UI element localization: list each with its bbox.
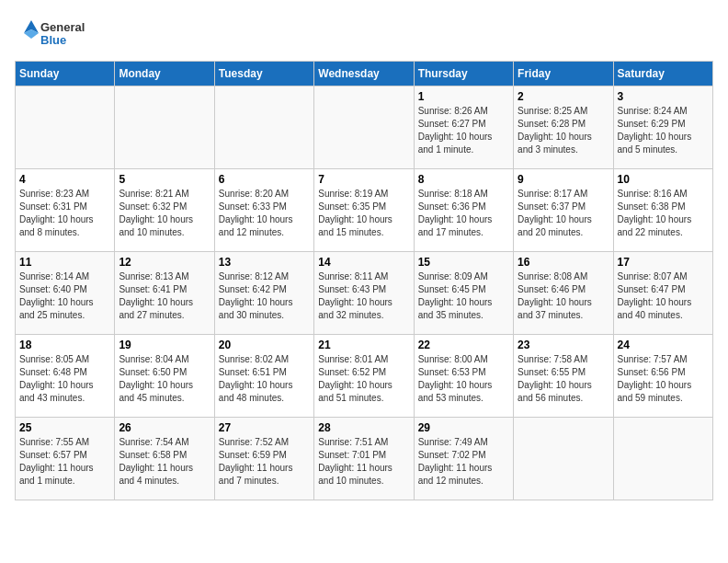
calendar-cell	[514, 418, 613, 500]
day-of-week-header: Wednesday	[314, 62, 414, 86]
day-info: Sunrise: 8:18 AM Sunset: 6:36 PM Dayligh…	[418, 188, 509, 239]
day-info: Sunrise: 8:14 AM Sunset: 6:40 PM Dayligh…	[19, 270, 110, 322]
day-number: 3	[618, 90, 709, 103]
calendar-week-row: 18Sunrise: 8:05 AM Sunset: 6:48 PM Dayli…	[16, 335, 713, 418]
calendar-cell: 18Sunrise: 8:05 AM Sunset: 6:48 PM Dayli…	[16, 335, 115, 418]
calendar-cell	[214, 86, 313, 169]
calendar-cell: 4Sunrise: 8:23 AM Sunset: 6:31 PM Daylig…	[16, 169, 115, 252]
day-info: Sunrise: 8:26 AM Sunset: 6:27 PM Dayligh…	[418, 105, 509, 156]
page-header: General Blue	[15, 15, 713, 52]
day-number: 23	[518, 339, 609, 351]
day-of-week-header: Saturday	[613, 62, 712, 86]
day-number: 19	[119, 339, 210, 351]
calendar-cell: 3Sunrise: 8:24 AM Sunset: 6:29 PM Daylig…	[613, 86, 712, 169]
calendar-cell: 25Sunrise: 7:55 AM Sunset: 6:57 PM Dayli…	[16, 418, 115, 500]
calendar-cell: 15Sunrise: 8:09 AM Sunset: 6:45 PM Dayli…	[414, 252, 513, 335]
day-number: 10	[618, 173, 709, 186]
day-info: Sunrise: 8:21 AM Sunset: 6:32 PM Dayligh…	[119, 188, 210, 239]
day-info: Sunrise: 8:11 AM Sunset: 6:43 PM Dayligh…	[318, 270, 409, 322]
calendar-cell: 17Sunrise: 8:07 AM Sunset: 6:47 PM Dayli…	[613, 252, 712, 335]
day-number: 18	[19, 339, 110, 351]
calendar-cell: 11Sunrise: 8:14 AM Sunset: 6:40 PM Dayli…	[16, 252, 115, 335]
calendar-cell: 2Sunrise: 8:25 AM Sunset: 6:28 PM Daylig…	[514, 86, 613, 169]
calendar-cell: 10Sunrise: 8:16 AM Sunset: 6:38 PM Dayli…	[613, 169, 712, 252]
day-number: 25	[19, 421, 110, 434]
day-info: Sunrise: 8:05 AM Sunset: 6:48 PM Dayligh…	[19, 353, 110, 405]
day-info: Sunrise: 8:08 AM Sunset: 6:46 PM Dayligh…	[518, 270, 609, 322]
day-info: Sunrise: 8:16 AM Sunset: 6:38 PM Dayligh…	[618, 188, 709, 239]
day-info: Sunrise: 8:25 AM Sunset: 6:28 PM Dayligh…	[518, 105, 609, 156]
day-info: Sunrise: 8:12 AM Sunset: 6:42 PM Dayligh…	[219, 270, 310, 322]
calendar-cell: 5Sunrise: 8:21 AM Sunset: 6:32 PM Daylig…	[115, 169, 214, 252]
calendar-cell: 23Sunrise: 7:58 AM Sunset: 6:55 PM Dayli…	[514, 335, 613, 418]
calendar-cell: 8Sunrise: 8:18 AM Sunset: 6:36 PM Daylig…	[414, 169, 513, 252]
day-info: Sunrise: 8:23 AM Sunset: 6:31 PM Dayligh…	[19, 188, 110, 239]
day-number: 15	[418, 256, 509, 269]
calendar-cell: 28Sunrise: 7:51 AM Sunset: 7:01 PM Dayli…	[314, 418, 414, 500]
day-info: Sunrise: 7:57 AM Sunset: 6:56 PM Dayligh…	[618, 353, 709, 405]
calendar-week-row: 25Sunrise: 7:55 AM Sunset: 6:57 PM Dayli…	[16, 418, 713, 500]
calendar-table: SundayMondayTuesdayWednesdayThursdayFrid…	[15, 61, 713, 500]
calendar-cell	[613, 418, 712, 500]
calendar-cell: 20Sunrise: 8:02 AM Sunset: 6:51 PM Dayli…	[214, 335, 313, 418]
day-info: Sunrise: 8:07 AM Sunset: 6:47 PM Dayligh…	[618, 270, 709, 322]
calendar-cell: 12Sunrise: 8:13 AM Sunset: 6:41 PM Dayli…	[115, 252, 214, 335]
calendar-header-row: SundayMondayTuesdayWednesdayThursdayFrid…	[16, 62, 713, 86]
day-number: 17	[618, 256, 709, 269]
day-of-week-header: Thursday	[414, 62, 513, 86]
day-info: Sunrise: 8:13 AM Sunset: 6:41 PM Dayligh…	[119, 270, 210, 322]
calendar-cell	[16, 86, 115, 169]
calendar-cell: 9Sunrise: 8:17 AM Sunset: 6:37 PM Daylig…	[514, 169, 613, 252]
day-number: 12	[119, 256, 210, 269]
day-number: 13	[219, 256, 310, 269]
calendar-cell: 1Sunrise: 8:26 AM Sunset: 6:27 PM Daylig…	[414, 86, 513, 169]
calendar-cell: 22Sunrise: 8:00 AM Sunset: 6:53 PM Dayli…	[414, 335, 513, 418]
calendar-cell: 6Sunrise: 8:20 AM Sunset: 6:33 PM Daylig…	[214, 169, 313, 252]
calendar-cell: 26Sunrise: 7:54 AM Sunset: 6:58 PM Dayli…	[115, 418, 214, 500]
day-number: 5	[119, 173, 210, 186]
day-info: Sunrise: 8:19 AM Sunset: 6:35 PM Dayligh…	[318, 188, 409, 239]
svg-text:General: General	[40, 20, 85, 34]
day-info: Sunrise: 7:55 AM Sunset: 6:57 PM Dayligh…	[19, 436, 110, 488]
day-number: 16	[518, 256, 609, 269]
calendar-cell: 24Sunrise: 7:57 AM Sunset: 6:56 PM Dayli…	[613, 335, 712, 418]
day-number: 4	[19, 173, 110, 186]
day-info: Sunrise: 8:20 AM Sunset: 6:33 PM Dayligh…	[219, 188, 310, 239]
calendar-cell: 7Sunrise: 8:19 AM Sunset: 6:35 PM Daylig…	[314, 169, 414, 252]
day-number: 7	[318, 173, 409, 186]
day-info: Sunrise: 7:49 AM Sunset: 7:02 PM Dayligh…	[418, 436, 509, 488]
calendar-cell: 19Sunrise: 8:04 AM Sunset: 6:50 PM Dayli…	[115, 335, 214, 418]
day-number: 8	[418, 173, 509, 186]
day-number: 14	[318, 256, 409, 269]
logo: General Blue	[15, 15, 97, 52]
calendar-week-row: 11Sunrise: 8:14 AM Sunset: 6:40 PM Dayli…	[16, 252, 713, 335]
calendar-cell: 14Sunrise: 8:11 AM Sunset: 6:43 PM Dayli…	[314, 252, 414, 335]
calendar-week-row: 4Sunrise: 8:23 AM Sunset: 6:31 PM Daylig…	[16, 169, 713, 252]
day-number: 26	[119, 421, 210, 434]
day-info: Sunrise: 8:17 AM Sunset: 6:37 PM Dayligh…	[518, 188, 609, 239]
day-number: 22	[418, 339, 509, 351]
logo-svg: General Blue	[15, 15, 97, 52]
day-info: Sunrise: 7:54 AM Sunset: 6:58 PM Dayligh…	[119, 436, 210, 488]
day-number: 28	[318, 421, 409, 434]
day-number: 27	[219, 421, 310, 434]
day-number: 21	[318, 339, 409, 351]
day-info: Sunrise: 8:04 AM Sunset: 6:50 PM Dayligh…	[119, 353, 210, 405]
calendar-cell: 21Sunrise: 8:01 AM Sunset: 6:52 PM Dayli…	[314, 335, 414, 418]
calendar-cell	[314, 86, 414, 169]
calendar-cell: 13Sunrise: 8:12 AM Sunset: 6:42 PM Dayli…	[214, 252, 313, 335]
svg-text:Blue: Blue	[40, 33, 66, 47]
day-info: Sunrise: 8:01 AM Sunset: 6:52 PM Dayligh…	[318, 353, 409, 405]
day-number: 2	[518, 90, 609, 103]
day-info: Sunrise: 8:24 AM Sunset: 6:29 PM Dayligh…	[618, 105, 709, 156]
day-of-week-header: Friday	[514, 62, 613, 86]
day-number: 11	[19, 256, 110, 269]
calendar-cell: 16Sunrise: 8:08 AM Sunset: 6:46 PM Dayli…	[514, 252, 613, 335]
day-of-week-header: Sunday	[16, 62, 115, 86]
day-info: Sunrise: 8:02 AM Sunset: 6:51 PM Dayligh…	[219, 353, 310, 405]
calendar-cell	[115, 86, 214, 169]
day-number: 1	[418, 90, 509, 103]
day-info: Sunrise: 8:00 AM Sunset: 6:53 PM Dayligh…	[418, 353, 509, 405]
day-number: 9	[518, 173, 609, 186]
day-info: Sunrise: 7:51 AM Sunset: 7:01 PM Dayligh…	[318, 436, 409, 488]
